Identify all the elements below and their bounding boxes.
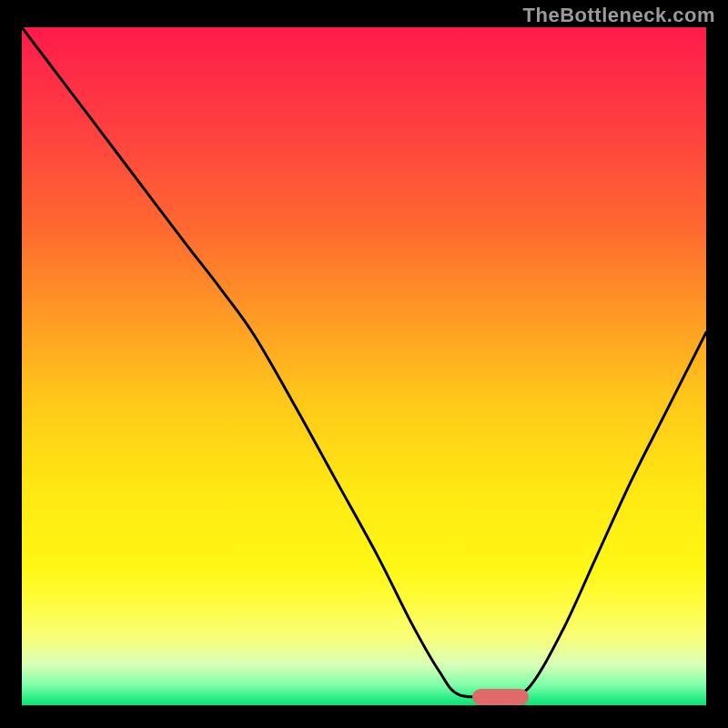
plot-area — [22, 27, 706, 705]
chart-frame: TheBottleneck.com — [0, 0, 728, 728]
curve-path — [22, 27, 706, 697]
watermark-text: TheBottleneck.com — [523, 4, 715, 27]
bottleneck-curve — [22, 27, 706, 705]
optimal-marker — [472, 689, 529, 705]
